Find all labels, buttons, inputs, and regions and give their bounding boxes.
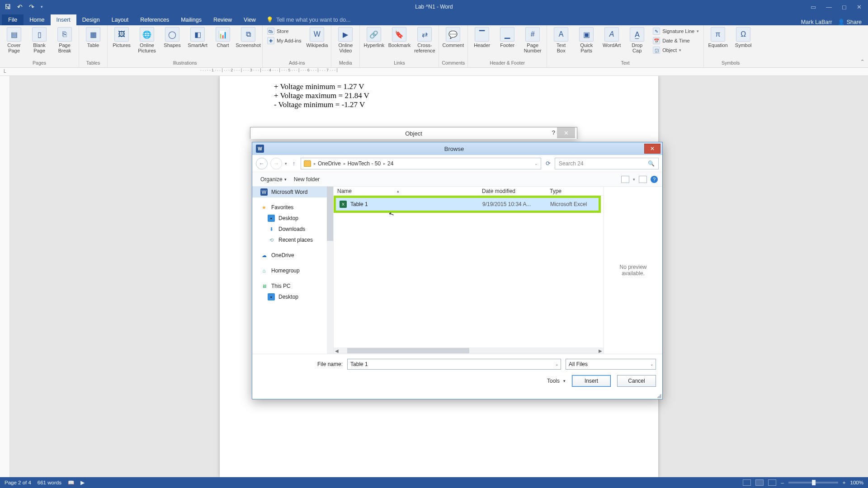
col-name[interactable]: Name▴	[334, 188, 478, 194]
hscroll-thumb[interactable]	[347, 348, 469, 353]
save-icon[interactable]: 🖫	[5, 3, 11, 10]
date-time-button[interactable]: 📅Date & Time	[651, 37, 701, 45]
zoom-level[interactable]: 100%	[850, 480, 863, 485]
blank-page-button[interactable]: ▯BlankPage	[28, 27, 51, 53]
maximize-icon[interactable]: ◻	[842, 4, 847, 10]
col-type[interactable]: Type	[546, 188, 604, 194]
tab-home[interactable]: Home	[24, 14, 50, 25]
vertical-ruler[interactable]	[0, 76, 10, 477]
browse-close-button[interactable]: ✕	[644, 144, 660, 154]
filelist-hscrollbar[interactable]: ◀ ▶	[334, 347, 604, 354]
refresh-button[interactable]: ⟳	[544, 160, 552, 167]
search-input[interactable]: Search 24 🔍	[555, 158, 659, 169]
pictures-button[interactable]: 🖼Pictures	[110, 27, 133, 48]
user-name[interactable]: Mark LaBarr	[801, 19, 832, 25]
view-mode-dropdown-icon[interactable]: ▾	[633, 177, 635, 182]
print-layout-button[interactable]	[755, 479, 764, 486]
object-dialog-close-button[interactable]: ✕	[557, 127, 575, 138]
my-addins-button[interactable]: ✚My Add-ins	[265, 37, 303, 45]
nav-recent-places[interactable]: ⟲Recent places	[252, 235, 333, 245]
scroll-left-icon[interactable]: ◀	[334, 348, 340, 353]
bookmark-button[interactable]: 🔖Bookmark	[388, 27, 410, 48]
object-button[interactable]: ◲Object▾	[651, 46, 701, 54]
page-break-button[interactable]: ⎘PageBreak	[53, 27, 76, 53]
filename-input[interactable]: Table 1 ⌄	[347, 359, 561, 370]
zoom-out-button[interactable]: –	[781, 480, 783, 485]
address-bar[interactable]: ▸OneDrive ▸HowTech - 50 ▸24 ⌄	[301, 158, 541, 169]
tab-mailings[interactable]: Mailings	[175, 14, 208, 25]
horizontal-ruler[interactable]: L · · · · · 1 · · · | · · · 2 · · · | · …	[0, 68, 868, 76]
file-filter-select[interactable]: All Files ⌄	[566, 359, 656, 370]
navpane-scroll-thumb[interactable]	[327, 187, 333, 241]
nav-desktop[interactable]: ▪Desktop	[252, 213, 333, 224]
tab-design[interactable]: Design	[76, 14, 106, 25]
smartart-button[interactable]: ◧SmartArt	[186, 27, 209, 48]
nav-homegroup[interactable]: ⌂Homegroup	[252, 265, 333, 276]
crumb[interactable]: 24	[387, 160, 393, 167]
online-pictures-button[interactable]: 🌐OnlinePictures	[136, 27, 158, 53]
help-icon[interactable]: ?	[552, 129, 555, 136]
scroll-right-icon[interactable]: ▶	[597, 348, 604, 353]
nav-downloads[interactable]: ⬇Downloads	[252, 224, 333, 235]
new-folder-button[interactable]: New folder	[290, 175, 323, 184]
shapes-button[interactable]: ◯Shapes	[161, 27, 184, 48]
cross-reference-button[interactable]: ⇄Cross-reference	[413, 27, 436, 53]
crumb[interactable]: HowTech - 50	[348, 160, 381, 167]
symbol-button[interactable]: ΩSymbol	[732, 27, 755, 48]
history-dropdown-icon[interactable]: ▾	[285, 161, 287, 166]
footer-button[interactable]: ▁Footer	[496, 27, 519, 48]
dialog-help-icon[interactable]: ?	[651, 176, 658, 183]
word-count[interactable]: 661 words	[38, 480, 61, 485]
textbox-button[interactable]: ATextBox	[550, 27, 572, 53]
redo-icon[interactable]: ↷	[29, 3, 34, 10]
organize-button[interactable]: Organize▾	[257, 175, 290, 184]
qat-customize-icon[interactable]: ▾	[41, 5, 43, 9]
tab-references[interactable]: References	[134, 14, 175, 25]
wikipedia-button[interactable]: WWikipedia	[306, 27, 328, 48]
read-mode-button[interactable]	[743, 479, 751, 486]
spellcheck-icon[interactable]: 📖	[68, 479, 74, 486]
equation-button[interactable]: πEquation	[707, 27, 729, 48]
insert-button[interactable]: Insert	[572, 375, 611, 387]
drop-cap-button[interactable]: A̲DropCap	[626, 27, 648, 53]
zoom-knob[interactable]	[812, 480, 816, 485]
nav-microsoft-word[interactable]: WMicrosoft Word	[252, 187, 333, 197]
minimize-icon[interactable]: —	[826, 4, 832, 10]
zoom-slider[interactable]	[788, 482, 838, 483]
file-row[interactable]: X Table 1 9/19/2015 10:34 A... Microsoft…	[336, 198, 599, 211]
tab-view[interactable]: View	[238, 14, 262, 25]
col-date[interactable]: Date modified	[478, 188, 546, 194]
chart-button[interactable]: 📊Chart	[212, 27, 234, 48]
view-mode-button[interactable]	[621, 176, 629, 183]
tab-layout[interactable]: Layout	[106, 14, 135, 25]
page-indicator[interactable]: Page 2 of 4	[5, 480, 31, 485]
up-button[interactable]: ↑	[290, 160, 298, 167]
tell-me-search[interactable]: 💡 Tell me what you want to do...	[262, 14, 355, 25]
share-button[interactable]: 👤 Share	[838, 19, 862, 25]
cover-page-button[interactable]: ▤CoverPage	[3, 27, 25, 53]
nav-favorites[interactable]: ★Favorites	[252, 202, 333, 213]
address-dropdown-icon[interactable]: ⌄	[534, 161, 538, 166]
online-video-button[interactable]: ▶OnlineVideo	[334, 27, 357, 53]
nav-this-pc[interactable]: 🖥This PC	[252, 281, 333, 291]
undo-icon[interactable]: ↶	[17, 3, 23, 10]
page-number-button[interactable]: #PageNumber	[521, 27, 544, 53]
collapse-ribbon-icon[interactable]: ⌃	[860, 59, 864, 65]
crumb[interactable]: OneDrive	[318, 160, 341, 167]
tab-insert[interactable]: Insert	[51, 14, 76, 25]
nav-onedrive[interactable]: ☁OneDrive	[252, 250, 333, 261]
tools-dropdown[interactable]: Tools ▾	[547, 378, 566, 384]
filename-dropdown-icon[interactable]: ⌄	[555, 362, 559, 366]
back-button[interactable]: ←	[256, 158, 268, 169]
store-button[interactable]: 🛍Store	[265, 27, 303, 35]
preview-pane-button[interactable]	[639, 176, 647, 183]
browse-titlebar[interactable]: W Browse ✕	[252, 142, 662, 155]
cancel-button[interactable]: Cancel	[617, 375, 656, 387]
table-button[interactable]: ▦Table	[82, 27, 104, 48]
screenshot-button[interactable]: ⧉Screenshot	[237, 27, 259, 48]
file-tab[interactable]: File	[2, 14, 24, 25]
wordart-button[interactable]: AWordArt	[600, 27, 623, 48]
ribbon-display-icon[interactable]: ▭	[811, 4, 816, 10]
zoom-in-button[interactable]: +	[843, 480, 846, 485]
web-layout-button[interactable]	[768, 479, 776, 486]
